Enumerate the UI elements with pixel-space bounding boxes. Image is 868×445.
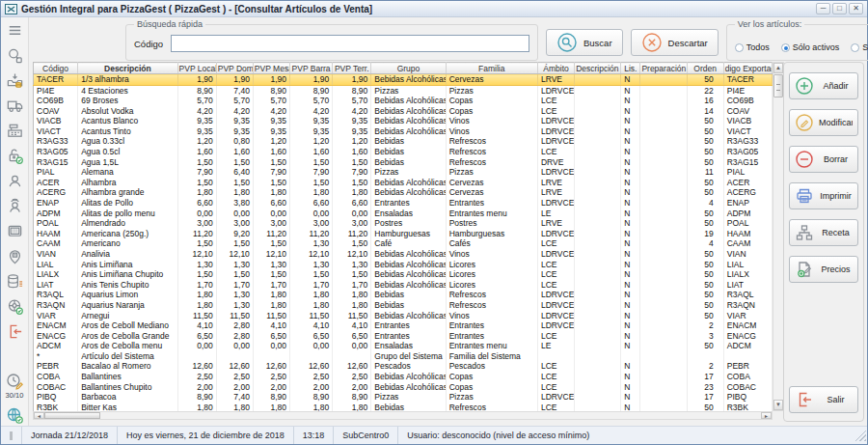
wheel-check-icon[interactable] <box>5 296 25 317</box>
table-row[interactable]: LIALAnis Limiñana1,301,301,301,301,30Beb… <box>34 260 773 270</box>
table-row[interactable]: PI4E4 Estaciones8,907,408,908,908,90Pizz… <box>34 85 773 96</box>
table-row[interactable]: VIANAnalivia12,1012,1012,1012,1012,10Beb… <box>34 249 773 260</box>
table-row[interactable]: COAVAbsolut Vodka4,204,204,204,204,20Beb… <box>34 106 773 117</box>
table-row[interactable]: COBACBallantines Chupito2,002,002,002,00… <box>34 382 773 393</box>
column-header[interactable]: PVP Terr. <box>333 63 371 74</box>
vertical-scroll-thumb[interactable] <box>773 74 783 97</box>
globe-check-icon[interactable] <box>5 404 25 425</box>
table-row[interactable]: COBABallantines2,502,502,502,502,50Bebid… <box>34 372 773 382</box>
app-window: Gestión Integral para PizzaGest ( PizzaG… <box>0 0 868 445</box>
table-row[interactable]: PIALAlemana7,906,407,907,907,90PizzasPiz… <box>34 167 773 178</box>
column-header[interactable]: Descripción <box>78 63 177 74</box>
exit-door-icon <box>795 390 814 409</box>
import-tray-icon[interactable] <box>5 70 25 91</box>
table-row[interactable]: TACER1/3 alhambra1,901,901,901,901,90Beb… <box>34 74 773 86</box>
table-row[interactable]: R3AQLAquarius Limon1,801,301,801,801,80B… <box>34 290 773 300</box>
column-header[interactable]: Código <box>34 63 78 74</box>
search-icon <box>556 32 578 53</box>
pos-terminal-icon[interactable] <box>5 221 25 241</box>
prices-button[interactable]: Precios <box>789 256 858 283</box>
table-row[interactable]: VIACBAcantus Blanco9,359,359,359,359,35B… <box>34 116 773 126</box>
column-header[interactable]: Preparación <box>640 63 687 74</box>
column-header[interactable]: digo Exportad <box>723 63 772 74</box>
search-articles-icon[interactable] <box>5 45 25 66</box>
table-row[interactable]: ENAPAlitas de Pollo6,603,806,606,606,60E… <box>34 198 773 209</box>
table-row[interactable]: R3AG05Agua 0.5cl1,601,601,601,601,60Bebi… <box>34 147 773 157</box>
table-row[interactable]: CAAMAmericano1,501,501,501,301,50CaféCaf… <box>34 238 773 249</box>
filter-options: TodosSólo activosSólo inactivos <box>735 42 868 52</box>
column-header[interactable]: PVP Local <box>177 63 216 74</box>
radio-option[interactable]: Sólo activos <box>781 42 840 52</box>
column-header[interactable]: Grupo <box>371 63 446 74</box>
column-header[interactable]: Lis. <box>621 63 640 74</box>
table-row[interactable]: CO69B69 Broses5,705,705,705,705,70Bebida… <box>34 96 773 106</box>
column-header[interactable]: Ámbito <box>537 63 574 74</box>
map-pin-icon[interactable] <box>5 246 25 266</box>
scroll-right-icon[interactable]: ► <box>761 412 772 419</box>
table-row[interactable]: R3AG33Agua 0.33cl1,200,801,201,201,20Beb… <box>34 136 773 147</box>
hamburger-menu-icon[interactable] <box>5 20 25 41</box>
print-button[interactable]: Imprimir <box>789 182 858 209</box>
column-header[interactable]: PVP Barra <box>290 63 333 74</box>
status-subcentro: SubCentro0 <box>334 427 398 444</box>
table-row[interactable]: ADPMAlitas de pollo menu0,000,000,000,00… <box>34 209 773 219</box>
table-row[interactable]: LIATAnis Tenis Chupito1,701,701,701,701,… <box>34 280 773 291</box>
view-articles-groupbox: Ver los artículos: TodosSólo activosSólo… <box>726 24 868 61</box>
descartar-button[interactable]: Descartar <box>631 29 719 56</box>
add-button[interactable]: Añadir <box>789 72 858 99</box>
fingerprint-user-icon[interactable] <box>5 196 25 216</box>
resize-grip[interactable] <box>854 430 866 441</box>
title-bar: Gestión Integral para PizzaGest ( PizzaG… <box>1 1 867 17</box>
scroll-down-icon[interactable]: ▼ <box>773 400 783 410</box>
table-body: TACER1/3 alhambra1,901,901,901,901,90Beb… <box>34 74 773 413</box>
horizontal-scroll-thumb[interactable] <box>44 412 100 419</box>
table-row[interactable]: R3AG15Agua 1,5L1,501,501,501,501,50Bebid… <box>34 157 773 168</box>
column-header[interactable]: PVP Mesa <box>253 63 289 74</box>
status-bar: Jornada 21/12/2018 Hoy es viernes, 21 de… <box>1 426 867 444</box>
remove-circle-icon <box>795 150 814 169</box>
table-row[interactable]: *Artículo del SistemaGrupo del SistemaFa… <box>34 351 773 362</box>
table-row[interactable]: ENACMAros de Ceboll Mediano4,102,804,104… <box>34 320 773 331</box>
cash-register-icon[interactable] <box>5 121 25 141</box>
table-row[interactable]: ACERAlhambra1,501,501,501,501,50Bebidas … <box>34 178 773 188</box>
close-button[interactable]: ✕ <box>849 3 863 14</box>
scroll-left-icon[interactable]: ◄ <box>34 412 44 419</box>
code-search-input[interactable] <box>171 35 529 52</box>
table-row[interactable]: ACERGAlhambra grande1,801,801,801,801,80… <box>34 187 773 198</box>
exit-door-icon[interactable] <box>5 321 25 342</box>
table-row[interactable]: POALAlmendrado3,003,003,003,003,00Postre… <box>34 218 773 229</box>
buscar-button[interactable]: Buscar <box>546 29 623 56</box>
column-header[interactable]: Orden <box>687 63 723 74</box>
database-icon[interactable] <box>5 271 25 292</box>
table-row[interactable]: PIBQBarbacoa8,907,408,908,908,90PizzasPi… <box>34 392 773 403</box>
column-header[interactable]: Familia <box>446 63 537 74</box>
buscar-label: Buscar <box>583 38 612 48</box>
radio-label: Todos <box>746 42 770 52</box>
modify-button[interactable]: Modificar <box>789 109 858 136</box>
maximize-button[interactable]: □ <box>832 3 847 14</box>
table-row[interactable]: ENACGAros de Cebolla Grande6,502,806,506… <box>34 331 773 342</box>
delete-button[interactable]: Borrar <box>789 146 858 173</box>
table-row[interactable]: PEBRBacalao al Romero12,6012,6012,6012,6… <box>34 361 773 372</box>
recipe-button[interactable]: Receta <box>789 219 858 246</box>
minimize-button[interactable]: ─ <box>816 3 830 14</box>
org-chart-icon <box>795 223 814 242</box>
table-row[interactable]: VIARArnegui11,5011,5011,5011,5011,50Bebi… <box>34 310 773 320</box>
table-row[interactable]: LIALXAnis Limiñana Chupito1,501,501,501,… <box>34 269 773 280</box>
exit-button[interactable]: Salir <box>789 386 858 413</box>
radio-option[interactable]: Todos <box>735 42 770 52</box>
clock-edit-icon[interactable] <box>5 371 25 391</box>
table-row[interactable]: R3AQNAquarius Naranja1,801,301,801,801,8… <box>34 300 773 311</box>
delivery-truck-icon[interactable] <box>5 96 25 116</box>
user-icon[interactable] <box>5 171 25 191</box>
radio-option[interactable]: Sólo inactivos <box>851 42 868 52</box>
table-row[interactable]: VIACTAcantus Tinto9,359,359,359,359,35Be… <box>34 126 773 137</box>
horizontal-scrollbar[interactable]: ◄ ► <box>33 411 773 420</box>
scroll-up-icon[interactable]: ▲ <box>773 63 783 73</box>
column-header[interactable]: Descripción PDA <box>575 63 621 74</box>
clock-date-label: 30/10 <box>6 391 24 400</box>
table-row[interactable]: HAAMAmericana (250g.)11,209,2011,2011,20… <box>34 229 773 239</box>
column-header[interactable]: PVP Dom. <box>216 63 253 74</box>
lock-check-icon[interactable] <box>5 146 25 166</box>
table-row[interactable]: ADCMAros de Cebolla menu0,000,000,000,00… <box>34 341 773 351</box>
